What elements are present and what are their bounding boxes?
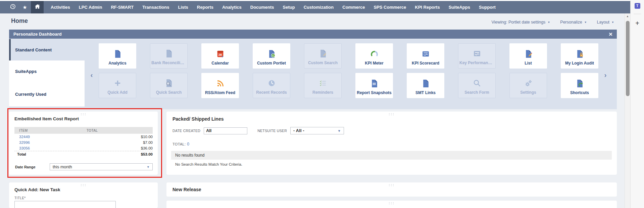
calendar-icon: 28 [216, 49, 225, 59]
tab-standard-content[interactable]: Standard Content [9, 39, 85, 60]
table-row: 33056$36.00 [14, 145, 153, 151]
tile-label: Calendar [211, 61, 229, 66]
home-button[interactable] [31, 1, 44, 13]
item-link[interactable]: 32449 [14, 135, 30, 139]
item-total-value: $7.00 [143, 140, 153, 144]
favorites-button[interactable]: ★ [19, 1, 31, 13]
tile-label: Bank Reconciliatio... [151, 60, 186, 65]
drag-handle[interactable] [389, 113, 394, 115]
drag-handle[interactable] [389, 184, 394, 186]
tab-suiteapps[interactable]: SuiteApps [9, 60, 85, 82]
panel-title: Personalize Dashboard [13, 32, 62, 37]
filters-row: DATE CREATED NETSUITE USER - All - ▼ [172, 127, 344, 134]
dashboard-controls: Viewing: Portlet date settings ▼ Persona… [491, 20, 614, 25]
scorecard-icon [422, 49, 430, 59]
date-range-label: Date Range [15, 165, 50, 169]
nav-item-lists[interactable]: Lists [174, 5, 192, 10]
add-sidebar-item-button[interactable]: + [635, 19, 639, 27]
task-title-input[interactable] [14, 201, 116, 208]
nav-item-rf-smart[interactable]: RF-SMART [106, 5, 138, 10]
tile-smt-links[interactable]: SMT Links [407, 73, 444, 98]
date-range-value: this month [53, 165, 72, 169]
caret-down-icon: ▼ [547, 21, 550, 24]
drag-handle[interactable] [389, 202, 394, 204]
tile-bank-reconciliatio: Bank Reconciliatio... [150, 43, 188, 69]
partial-portlet [166, 201, 617, 208]
nav-item-commerce[interactable]: Commerce [338, 5, 369, 10]
vertical-scrollbar[interactable]: ▲ [625, 13, 630, 208]
scrollbar-thumb[interactable] [626, 21, 630, 96]
tile-label: Settings [520, 90, 536, 95]
date-range-select[interactable]: this month ▼ [50, 163, 153, 170]
field-label-text: TITLE [14, 196, 24, 200]
netsuite-user-select[interactable]: - All - ▼ [290, 127, 344, 134]
table-total-row: Total $53.00 [14, 151, 153, 157]
personalize-dropdown[interactable]: Personalize ▼ [560, 20, 587, 25]
nav-item-analytics[interactable]: Analytics [218, 5, 246, 10]
tile-custom-search: Custom Search [304, 43, 342, 69]
tile-report-snapshots[interactable]: Report Snapshots [355, 73, 393, 98]
column-header-item: ITEM [14, 129, 87, 132]
tile-calendar[interactable]: 28Calendar [201, 43, 239, 69]
scroll-up-arrow-icon[interactable]: ▲ [625, 13, 630, 18]
nav-item-suiteapps[interactable]: SuiteApps [444, 5, 475, 10]
nav-item-reports[interactable]: Reports [193, 5, 218, 10]
tile-analytics[interactable]: Analytics [99, 43, 136, 69]
nav-item-kpi-reports[interactable]: KPI Reports [410, 5, 444, 10]
close-icon[interactable]: × [609, 31, 612, 37]
caret-down-icon: ▼ [147, 165, 150, 169]
date-created-input[interactable] [204, 127, 247, 134]
item-link[interactable]: 32996 [14, 140, 30, 144]
teams-icon[interactable]: T [635, 3, 640, 9]
doc-c-icon: C [267, 49, 276, 59]
panel-tabs: Standard ContentSuiteAppsCurrently Used [9, 39, 85, 109]
tile-label: Custom Search [308, 60, 338, 65]
sidebar-divider [634, 14, 641, 14]
layout-label: Layout [597, 20, 610, 25]
total-count-value: 0 [187, 142, 189, 147]
nav-item-lpc-admin[interactable]: LPC Admin [75, 5, 107, 10]
nav-item-support[interactable]: Support [475, 5, 500, 10]
portlet-tiles-grid: AnalyticsBank Reconciliatio...28Calendar… [99, 43, 598, 109]
tab-currently-used[interactable]: Currently Used [9, 82, 85, 106]
tile-shortcuts[interactable]: Shortcuts [561, 73, 598, 98]
chevron-right-icon[interactable]: › [598, 43, 612, 109]
drag-handle[interactable] [81, 184, 86, 186]
required-asterisk: * [24, 196, 26, 200]
recent-history-button[interactable] [7, 1, 19, 13]
tile-label: Shortcuts [570, 90, 589, 95]
nav-item-transactions[interactable]: Transactions [138, 5, 174, 10]
total-count-label: TOTAL: [172, 142, 186, 146]
tile-list[interactable]: List [509, 43, 547, 69]
table-row: 32996$7.00 [14, 139, 153, 145]
tile-my-login-audit[interactable]: My Login Audit [561, 43, 598, 69]
netsuite-user-value: - All - [293, 128, 304, 133]
drag-handle[interactable] [81, 113, 86, 115]
nav-item-setup[interactable]: Setup [279, 5, 299, 10]
doc-pencil-icon [524, 49, 533, 59]
tile-rss-atom-feed[interactable]: RSS/Atom Feed [201, 73, 239, 98]
page-title: Home [11, 17, 28, 25]
tile-custom-portlet[interactable]: CCustom Portlet [253, 43, 290, 69]
layout-dropdown[interactable]: Layout ▼ [597, 20, 614, 25]
tile-label: Key Performance In... [459, 60, 494, 65]
nav-item-sps-commerce[interactable]: SPS Commerce [369, 5, 410, 10]
doc-lock-icon [576, 49, 584, 59]
tile-kpi-scorecard[interactable]: KPI Scorecard [407, 43, 444, 69]
viewing-dropdown[interactable]: Viewing: Portlet date settings ▼ [491, 20, 550, 25]
nav-item-activities[interactable]: Activities [46, 5, 75, 10]
new-release-portlet: New Release [166, 182, 617, 197]
tile-kpi-meter[interactable]: KPI Meter [355, 43, 393, 69]
packed-shipped-lines-portlet: Packed/ Shipped Lines DATE CREATED NETSU… [166, 112, 617, 175]
tile-search-form: Search Form [458, 73, 496, 98]
tile-label: My Login Audit [565, 61, 594, 66]
svg-text:C: C [272, 54, 274, 57]
caret-down-icon: ▼ [338, 129, 341, 133]
column-header-total: TOTAL [87, 129, 98, 132]
chevron-left-icon[interactable]: ‹ [85, 43, 99, 109]
nav-item-customization[interactable]: Customization [299, 5, 338, 10]
item-link[interactable]: 33056 [14, 146, 30, 150]
nav-item-documents[interactable]: Documents [246, 5, 279, 10]
tile-label: Report Snapshots [357, 90, 391, 95]
total-count-row: TOTAL:0 [172, 142, 189, 147]
